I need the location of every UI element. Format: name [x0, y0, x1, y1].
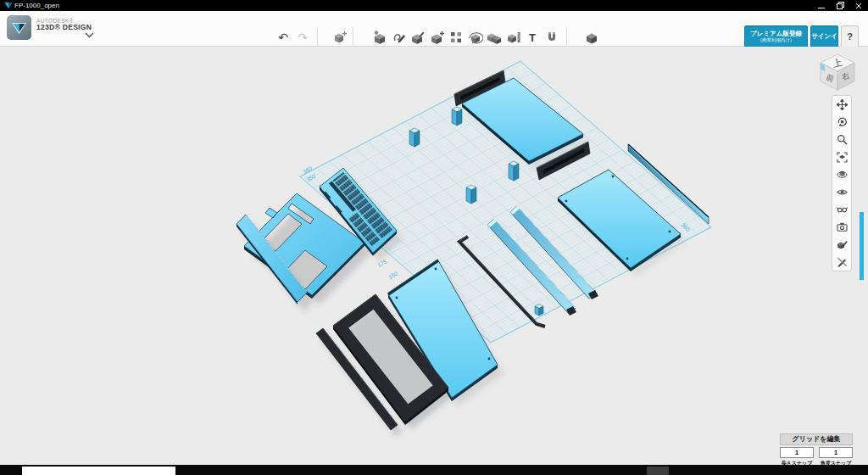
primitives-icon — [372, 30, 387, 45]
fit-view-button[interactable] — [832, 148, 851, 166]
snap-tool[interactable] — [543, 29, 560, 46]
brand-123d-design: 123D® DESIGN — [36, 24, 92, 31]
toolbar-separator — [317, 27, 318, 48]
redo-icon: ↷ — [298, 31, 308, 43]
app-logo[interactable] — [7, 15, 31, 40]
insert-part-icon — [332, 30, 348, 45]
viewport-canvas[interactable]: 360 350 175 150 360 — [0, 47, 868, 465]
grid-label: 150 — [387, 270, 398, 279]
measure-icon — [506, 30, 521, 45]
material-icon — [584, 30, 599, 45]
text-tool[interactable]: T — [524, 29, 541, 46]
zoom-icon — [837, 134, 848, 145]
brand-text: AUTODESK® 123D® DESIGN — [36, 18, 92, 31]
construct-tool[interactable] — [409, 29, 426, 46]
standoff-block[interactable] — [409, 128, 420, 147]
redo-button[interactable]: ↷ — [294, 29, 311, 46]
modify-tool[interactable] — [429, 29, 446, 46]
standoff-block[interactable] — [452, 107, 462, 126]
materials-icon — [837, 204, 848, 215]
visibility-icon — [837, 187, 848, 198]
angle-snap-input[interactable] — [819, 447, 853, 458]
materials-button[interactable] — [832, 201, 851, 219]
standoff-block[interactable] — [509, 161, 519, 181]
insert-part-tool[interactable] — [331, 29, 348, 46]
primitives-tool[interactable] — [371, 29, 388, 46]
look-at-icon — [837, 169, 848, 180]
fit-view-icon — [837, 152, 848, 163]
toolbar-separator — [566, 27, 567, 48]
edge-peek-strip — [860, 212, 864, 280]
undo-button[interactable]: ↶ — [275, 29, 292, 46]
toolbar-separator — [353, 27, 353, 48]
help-button[interactable]: ? — [841, 25, 859, 48]
hide-sketches-button[interactable] — [832, 253, 851, 271]
app-icon-shade — [8, 3, 13, 8]
window-title: FP-1000_open — [14, 2, 59, 9]
text-tool-icon: T — [529, 31, 536, 44]
pattern-icon — [448, 30, 464, 45]
premium-register-button[interactable]: プレミアム版登録 (商業利用向け) — [744, 25, 808, 48]
pan-button[interactable] — [832, 96, 851, 114]
navigation-bar — [832, 95, 852, 271]
grouping-icon — [468, 30, 483, 45]
snap-icon — [544, 30, 559, 45]
main-toolbar: AUTODESK® 123D® DESIGN ↶ ↷ — [0, 11, 868, 47]
taskbar-search-box[interactable] — [22, 467, 175, 475]
pan-icon — [837, 99, 848, 110]
viewport[interactable]: 360 350 175 150 360 — [0, 47, 868, 465]
chevron-down-icon[interactable] — [85, 32, 94, 38]
material-tool[interactable] — [583, 29, 600, 46]
construct-icon — [410, 30, 426, 45]
undo-icon: ↶ — [278, 31, 288, 43]
screenshot-button[interactable] — [832, 218, 851, 236]
standoff-block[interactable] — [535, 305, 543, 316]
modify-icon — [430, 30, 445, 45]
visibility-button[interactable] — [832, 183, 851, 201]
window-titlebar: FP-1000_open — [0, 0, 868, 11]
standoff-block[interactable] — [466, 185, 476, 204]
windows-taskbar[interactable] — [0, 465, 868, 475]
render-icon — [837, 239, 848, 250]
look-at-button[interactable] — [832, 165, 851, 183]
length-snap-input[interactable] — [780, 447, 814, 458]
pattern-tool[interactable] — [448, 29, 465, 46]
app-icon — [4, 2, 13, 9]
screenshot-icon — [837, 221, 848, 232]
taskbar-app-icon[interactable] — [647, 467, 669, 475]
combine-tool[interactable] — [486, 29, 503, 46]
sketch-tool[interactable] — [391, 29, 408, 46]
premium-register-label: プレミアム版登録 — [745, 30, 807, 37]
orbit-button[interactable] — [832, 114, 851, 131]
premium-register-sublabel: (商業利用向け) — [745, 37, 807, 43]
hide-sketches-icon — [837, 256, 848, 267]
restore-button[interactable] — [831, 0, 849, 11]
close-icon — [855, 3, 862, 9]
grouping-tool[interactable] — [467, 29, 484, 46]
minimize-icon — [818, 8, 825, 8]
minimize-button[interactable] — [812, 0, 831, 11]
orbit-icon — [837, 116, 848, 127]
measure-tool[interactable] — [505, 29, 522, 46]
render-button[interactable] — [832, 236, 851, 254]
combine-icon — [487, 30, 502, 45]
close-button[interactable] — [849, 0, 868, 11]
zoom-button[interactable] — [832, 131, 851, 148]
restore-icon — [837, 2, 844, 9]
view-cube[interactable]: 上 前 右 — [810, 48, 865, 96]
edit-grid-button[interactable]: グリッドを編集 — [780, 433, 853, 445]
sketch-icon — [392, 30, 407, 45]
signin-button[interactable]: サインイン — [810, 25, 838, 48]
